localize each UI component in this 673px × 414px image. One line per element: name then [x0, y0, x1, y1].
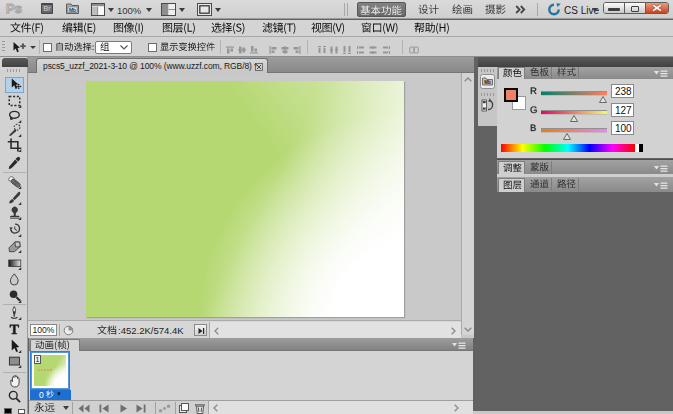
- svg-text:Mb: Mb: [69, 7, 76, 13]
- svg-text:Mb: Mb: [484, 80, 491, 85]
